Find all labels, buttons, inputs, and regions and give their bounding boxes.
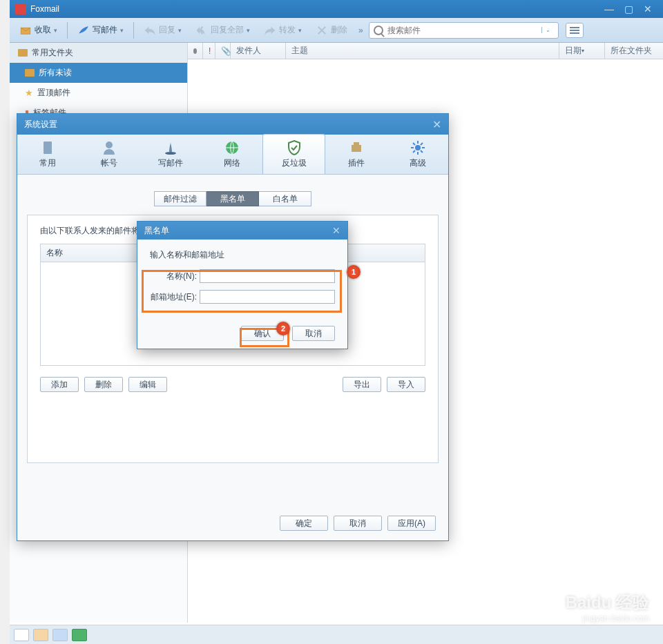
apply-button[interactable]: 应用(A) (387, 516, 436, 531)
svg-rect-1 (44, 142, 52, 154)
sidebar-item-pinned[interactable]: ★ 置顶邮件 (10, 83, 187, 103)
col-attach[interactable]: 📎 (215, 43, 231, 59)
app-icon (15, 3, 26, 14)
import-button[interactable]: 导入 (387, 377, 425, 392)
col-read[interactable] (188, 43, 203, 59)
statusbar (10, 625, 663, 644)
subtab-blacklist[interactable]: 黑名单 (206, 191, 259, 206)
cancel-button[interactable]: 取消 (292, 326, 335, 341)
blacklist-dialog-title: 黑名单 (144, 225, 169, 237)
tab-spam[interactable]: 反垃圾 (262, 134, 325, 174)
hamburger-menu-icon[interactable] (566, 23, 584, 38)
toolbar: 收取▾ 写邮件▾ 回复▾ 回复全部▾ 转发▾ 删除 » ⌄ (10, 18, 663, 43)
cancel-button[interactable]: 取消 (334, 516, 382, 531)
receive-button[interactable]: 收取▾ (14, 21, 63, 39)
star-icon: ★ (25, 88, 33, 98)
export-button[interactable]: 导出 (343, 377, 381, 392)
annotation-2: 2 (276, 322, 290, 335)
add-button[interactable]: 添加 (40, 377, 79, 392)
tab-network[interactable]: 网络 (202, 135, 263, 174)
folder-icon (18, 49, 28, 57)
sidebar-header[interactable]: 常用文件夹 (10, 43, 187, 63)
titlebar: Foxmail — ▢ ✕ (10, 0, 663, 18)
close-icon[interactable]: ✕ (332, 225, 340, 236)
blacklist-hint: 输入名称和邮箱地址 (150, 249, 335, 261)
status-btn-2[interactable] (33, 629, 48, 641)
network-icon (224, 139, 240, 156)
tab-account[interactable]: 帐号 (79, 135, 140, 174)
dropdown-arrow-icon: ▾ (247, 27, 250, 34)
col-folder[interactable]: 所在文件夹 (605, 43, 663, 59)
minimize-button[interactable]: — (599, 2, 619, 16)
col-sender[interactable]: 发件人 (231, 43, 286, 59)
search-box[interactable]: ⌄ (369, 22, 559, 39)
name-label: 名称(N): (150, 271, 200, 282)
app-title: Foxmail (30, 4, 59, 14)
forward-button[interactable]: 转发▾ (258, 21, 307, 39)
remove-button[interactable]: 删除 (84, 377, 123, 392)
blacklist-dialog-body: 输入名称和邮箱地址 名称(N): 邮箱地址(E): (137, 240, 347, 320)
col-flag[interactable]: ! (203, 43, 215, 59)
subtab-filter[interactable]: 邮件过滤 (154, 191, 206, 206)
svg-point-7 (415, 145, 421, 150)
settings-footer: 确定 取消 应用(A) (280, 516, 436, 531)
tab-advanced[interactable]: 高级 (387, 135, 448, 174)
settings-titlebar: 系统设置 ✕ (17, 114, 448, 135)
dropdown-arrow-icon: ▾ (120, 27, 124, 34)
email-label: 邮箱地址(E): (150, 291, 200, 303)
maximize-button[interactable]: ▢ (619, 2, 638, 16)
more-button[interactable]: » (356, 23, 366, 38)
search-input[interactable] (387, 26, 539, 35)
spam-sub-tabs: 邮件过滤 黑名单 白名单 (27, 191, 439, 206)
sidebar-item-all-unread[interactable]: 所有未读 (10, 63, 187, 83)
tab-plugin[interactable]: 插件 (325, 135, 387, 174)
dropdown-arrow-icon: ▾ (54, 27, 57, 34)
spam-icon (286, 139, 302, 156)
reply-all-icon (195, 24, 208, 37)
blacklist-entry-dialog: 黑名单 ✕ 输入名称和邮箱地址 名称(N): 邮箱地址(E): 确认 取消 (137, 221, 348, 349)
dropdown-arrow-icon: ▾ (298, 27, 302, 34)
folder-icon (25, 69, 35, 77)
compose-icon (77, 24, 90, 37)
tab-compose[interactable]: 写邮件 (140, 135, 202, 174)
account-icon (101, 139, 117, 156)
delete-button[interactable]: 删除 (310, 21, 353, 39)
email-input[interactable] (200, 290, 335, 304)
general-icon (39, 139, 56, 156)
col-date[interactable]: 日期 ▾ (559, 43, 605, 59)
blacklist-dialog-footer: 确认 取消 (137, 320, 347, 341)
search-dropdown[interactable]: ⌄ (541, 27, 554, 33)
svg-rect-6 (354, 142, 359, 145)
status-btn-3[interactable] (52, 629, 68, 641)
plugin-icon (348, 139, 365, 156)
close-icon[interactable]: ✕ (432, 118, 441, 131)
forward-icon (264, 24, 276, 37)
settings-tabs: 常用 帐号 写邮件 网络 反垃圾 插件 高级 (17, 135, 448, 175)
reply-button[interactable]: 回复▾ (138, 21, 187, 39)
search-icon (374, 26, 383, 35)
close-button[interactable]: ✕ (638, 2, 657, 16)
dropdown-arrow-icon: ▾ (178, 27, 182, 34)
list-header: ! 📎 发件人 主题 日期 ▾ 所在文件夹 (188, 43, 663, 59)
status-btn-1[interactable] (14, 629, 29, 641)
status-btn-4[interactable] (72, 629, 87, 641)
settings-title: 系统设置 (24, 119, 57, 130)
ok-button[interactable]: 确定 (280, 516, 328, 531)
svg-point-2 (106, 142, 113, 148)
compose-icon (162, 139, 179, 156)
col-subject[interactable]: 主题 (286, 43, 559, 59)
paperclip-icon: 📎 (221, 46, 231, 56)
name-input[interactable] (200, 269, 335, 283)
reply-all-button[interactable]: 回复全部▾ (190, 21, 256, 39)
subtab-whitelist[interactable]: 白名单 (259, 191, 311, 206)
svg-rect-5 (352, 145, 361, 152)
sort-arrow-icon: ▾ (582, 48, 584, 54)
delete-icon (316, 24, 328, 37)
compose-button[interactable]: 写邮件▾ (72, 21, 129, 39)
reply-icon (144, 24, 156, 37)
receive-icon (19, 24, 32, 37)
tab-general[interactable]: 常用 (17, 135, 79, 174)
svg-point-3 (165, 152, 176, 155)
edit-button[interactable]: 编辑 (128, 377, 167, 392)
dot-icon (193, 48, 197, 54)
